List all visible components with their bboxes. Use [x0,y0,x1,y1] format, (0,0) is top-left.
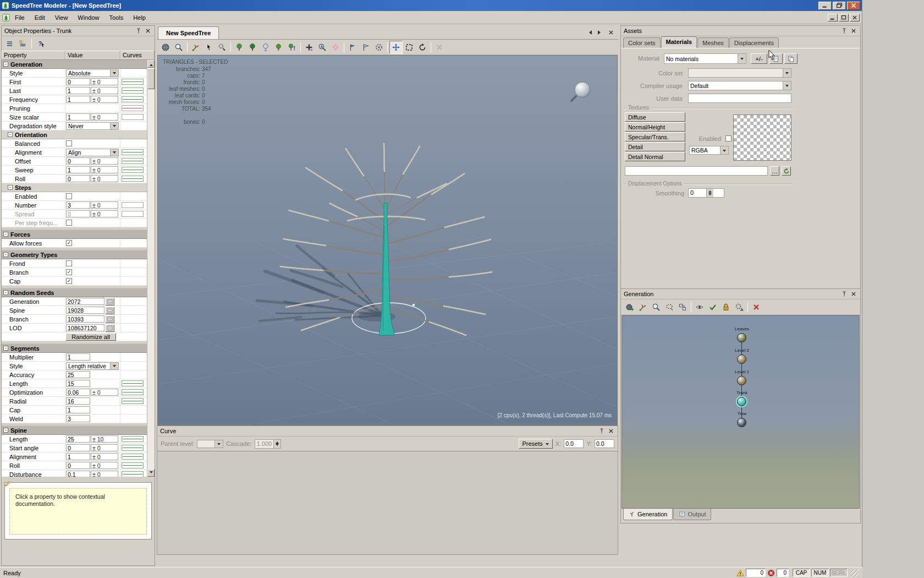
tab-close-button[interactable] [607,29,615,36]
pin-icon[interactable] [134,27,142,35]
browse-texture-button[interactable]: … [770,166,779,176]
curve-cell[interactable] [120,470,147,477]
value-field[interactable]: 1 [66,406,90,413]
texture-slot-detail-normal[interactable]: Detail Normal [625,152,685,161]
title-bar[interactable]: SpeedTree Modeler - [New SpeedTree] [0,0,862,11]
dropdown-arrow-icon[interactable] [783,81,791,90]
seed-field[interactable]: 10393 [66,315,105,323]
property-row-roll[interactable]: Roll0± 0 [2,175,147,183]
user-data-field[interactable] [688,94,791,103]
spinner-icon[interactable] [273,440,280,448]
collapse-toggle-icon[interactable]: - [8,185,13,190]
collapse-toggle-icon[interactable]: - [3,290,8,295]
property-row-balanced[interactable]: Balanced [2,139,147,148]
curve-cell[interactable] [120,435,147,444]
color-set-dropdown[interactable] [688,68,791,78]
property-row-multiplier[interactable]: Multiplier1 [2,353,147,362]
assets-tab-color-sets[interactable]: Color sets [623,37,661,48]
menu-window[interactable]: Window [73,12,104,23]
curve-cell[interactable] [120,306,147,315]
menu-edit[interactable]: Edit [30,12,50,23]
value-dropdown[interactable]: Absolute [66,69,119,77]
enable-generator-button[interactable] [706,301,719,314]
curve-editor-area[interactable] [157,451,618,554]
restore-button[interactable] [833,2,846,10]
value-field[interactable]: 0 [66,444,90,451]
value-dropdown[interactable]: Never [66,122,119,130]
close-icon[interactable] [849,27,857,35]
dice-icon[interactable] [105,307,114,314]
value-field[interactable]: 15 [66,380,90,387]
frame-selection-button[interactable] [403,41,416,54]
compute-options-button[interactable] [372,41,386,54]
curve-cell[interactable] [120,104,147,113]
variance-field[interactable]: ± 0 [91,175,118,182]
add-generator-button[interactable] [623,301,636,314]
pin-icon[interactable] [840,27,848,35]
pick-generator-button[interactable] [636,301,650,314]
tab-scroll-left-button[interactable] [585,29,593,36]
texture-slot-normal-height[interactable]: Normal/Height [625,122,685,132]
property-row-cap[interactable]: Cap✓ [2,277,147,286]
property-row-lod[interactable]: LOD108637120 [2,324,147,332]
arrange-graph-button[interactable] [676,301,689,314]
spinner-icon[interactable] [706,189,713,197]
curve-cell[interactable] [120,78,147,86]
menu-tools[interactable]: Tools [104,12,128,23]
collapse-toggle-icon[interactable]: - [3,252,8,257]
variance-field[interactable]: ± 0 [91,453,118,460]
close-button[interactable] [847,2,860,10]
selection-handle[interactable] [413,304,415,306]
grid-scrollbar[interactable] [147,60,155,477]
variance-field[interactable]: ± 0 [91,113,118,121]
smoothing-field[interactable]: 0 [688,188,724,198]
pin-icon[interactable] [840,290,848,298]
delete-selection-button[interactable] [433,41,446,54]
curve-cell[interactable] [120,353,147,362]
variance-field[interactable]: ± 0 [91,389,118,396]
property-row-sweep[interactable]: Sweep1± 0 [2,166,147,175]
property-row-spread[interactable]: Spread0± 0 [2,210,147,219]
menu-file[interactable]: File [10,12,30,23]
property-row-length[interactable]: Length15 [2,379,147,388]
curve-cell[interactable] [120,452,147,461]
property-row-disturbance[interactable]: Disturbance0.1± 0 [2,470,147,477]
section-orientation[interactable]: -Orientation [2,130,147,139]
show-effects-button[interactable] [272,41,285,54]
property-row-pruning[interactable]: Pruning [2,104,147,113]
show-reference-scale-button[interactable] [285,41,299,54]
property-row-start-angle[interactable]: Start angle0± 0 [2,444,147,452]
dropdown-arrow-icon[interactable] [110,70,118,77]
property-row-weld[interactable]: Weld3 [2,415,147,423]
value-field[interactable]: 25 [66,435,90,443]
bottom-tab-generation[interactable]: Generation [623,509,673,520]
curve-cell[interactable] [120,297,147,306]
value-field[interactable]: 25 [66,371,90,378]
value-field[interactable]: 1 [66,353,90,361]
curve-cell[interactable] [120,192,147,201]
curve-cell[interactable] [120,259,147,268]
tab-scroll-right-button[interactable] [596,29,604,36]
value-field[interactable]: 0 [66,157,90,165]
column-value[interactable]: Value [65,51,120,59]
light-widget[interactable] [571,82,590,101]
compiler-usage-dropdown[interactable]: Default [688,81,791,90]
section-segments[interactable]: -Segments [2,344,147,353]
resize-grip[interactable] [851,569,859,577]
value-checkbox[interactable]: ✓ [66,278,72,284]
texture-preview[interactable] [733,114,791,161]
value-field[interactable]: 1 [66,113,90,121]
property-row-optimization[interactable]: Optimization0.06± 0 [2,388,147,397]
seed-field[interactable]: 19028 [66,307,105,314]
curve-cell[interactable] [120,201,147,210]
dice-icon[interactable] [105,324,114,332]
curve-cell[interactable] [120,324,147,332]
show-collection-button[interactable] [329,41,342,54]
collapse-toggle-icon[interactable]: - [3,232,8,237]
zoom-region-button[interactable] [172,41,185,54]
bottom-tab-output[interactable]: Output [673,509,711,520]
column-property[interactable]: Property [2,51,65,59]
close-icon[interactable] [607,427,615,435]
section-forces[interactable]: -Forces [2,230,147,239]
value-checkbox[interactable]: ✓ [66,240,72,246]
